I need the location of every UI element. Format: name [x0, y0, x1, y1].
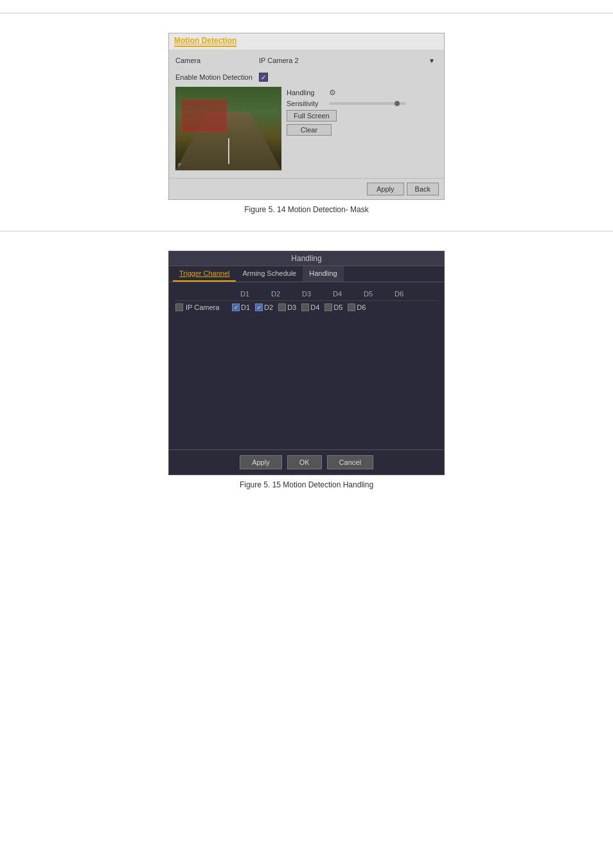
col-d6: D6 [386, 290, 412, 298]
camera-controls: Handling ⚙ Sensitivity Full Scr [287, 87, 406, 170]
channel-d6-cell: D6 [348, 303, 366, 311]
handling-label: Handling [287, 89, 325, 96]
d5-label: D5 [333, 303, 342, 311]
channel-d5-cell: D5 [324, 303, 342, 311]
channel-d3-cell: D3 [278, 303, 296, 311]
d2-checkbox[interactable]: ✓ [255, 303, 263, 311]
d5-checkbox[interactable] [324, 303, 332, 311]
d6-label: D6 [357, 303, 366, 311]
camera-row: Camera IP Camera 2 ▼ [175, 53, 438, 68]
top-divider [0, 13, 613, 14]
handling-row: Handling ⚙ [287, 88, 406, 97]
handling-title-bar: Handling [169, 251, 444, 266]
handling-panel: Handling Trigger Channel Arming Schedule… [168, 251, 445, 475]
col-d5: D5 [355, 290, 381, 298]
page-wrapper: Motion Detection Camera IP Camera 2 ▼ En… [0, 0, 613, 519]
motion-detection-panel: Motion Detection Camera IP Camera 2 ▼ En… [168, 33, 445, 200]
clear-row: Clear [287, 124, 406, 136]
tab-handling[interactable]: Handling [303, 266, 343, 282]
d3-checkbox[interactable] [278, 303, 286, 311]
col-d2: D2 [263, 290, 289, 298]
ok-button[interactable]: OK [287, 455, 322, 469]
figure2-block: Handling Trigger Channel Arming Schedule… [0, 251, 613, 500]
apply-button2[interactable]: Apply [240, 455, 282, 469]
col-d1: D1 [232, 290, 258, 298]
content-area: P Handling ⚙ Sensitivity [175, 87, 438, 174]
d4-label: D4 [310, 303, 319, 311]
tab-arming-schedule[interactable]: Arming Schedule [236, 266, 303, 282]
channel-d2-cell: ✓ D2 [255, 303, 273, 311]
table-header: D1 D2 D3 D4 D5 D6 [175, 287, 438, 301]
figure1-caption: Figure 5. 14 Motion Detection- Mask [244, 205, 368, 214]
camera-value: IP Camera 2 ▼ [259, 57, 438, 64]
d4-checkbox[interactable] [301, 303, 309, 311]
panel-title-bar: Motion Detection [169, 33, 444, 50]
channel-d4-cell: D4 [301, 303, 319, 311]
panel-footer: Apply Back [169, 178, 444, 199]
clear-button[interactable]: Clear [287, 124, 332, 136]
apply-button[interactable]: Apply [367, 183, 404, 195]
figure1-block: Motion Detection Camera IP Camera 2 ▼ En… [0, 33, 613, 224]
figure2-caption: Figure 5. 15 Motion Detection Handling [240, 480, 373, 489]
sensitivity-row: Sensitivity [287, 100, 406, 107]
section-divider [0, 231, 613, 231]
tab-trigger-channel[interactable]: Trigger Channel [173, 266, 236, 282]
road-line [228, 138, 229, 164]
cancel-button[interactable]: Cancel [327, 455, 373, 469]
d2-label: D2 [264, 303, 273, 311]
d6-checkbox[interactable] [348, 303, 355, 311]
panel-title: Motion Detection [174, 36, 236, 47]
handling-body: D1 D2 D3 D4 D5 D6 IP Camera ✓ [169, 282, 444, 449]
col-d4: D4 [324, 290, 350, 298]
camera-watermark: P [178, 162, 181, 168]
sensitivity-label: Sensitivity [287, 100, 325, 107]
full-screen-row: Full Screen [287, 110, 406, 122]
d1-label: D1 [241, 303, 250, 311]
handling-footer: Apply OK Cancel [169, 449, 444, 475]
cam-row-checkbox[interactable] [175, 303, 183, 311]
col-d3: D3 [294, 290, 319, 298]
handling-title: Handling [291, 254, 321, 263]
camera-cell: IP Camera [175, 303, 227, 311]
channel-d1-cell: ✓ D1 [232, 303, 250, 311]
table-row: IP Camera ✓ D1 ✓ D2 D3 [175, 301, 438, 314]
enable-value: ✓ [259, 73, 438, 82]
enable-label: Enable Motion Detection [175, 73, 259, 81]
camera-preview: P [175, 87, 281, 170]
panel-body: Camera IP Camera 2 ▼ Enable Motion Detec… [169, 50, 444, 178]
camera-value-text: IP Camera 2 [259, 57, 299, 64]
camera-name: IP Camera [186, 303, 219, 311]
sensitivity-slider[interactable] [329, 102, 406, 105]
camera-dropdown-icon[interactable]: ▼ [429, 57, 435, 64]
full-screen-button[interactable]: Full Screen [287, 110, 337, 122]
enable-checkbox[interactable]: ✓ [259, 73, 268, 82]
d1-checkbox[interactable]: ✓ [232, 303, 240, 311]
motion-mask-overlay[interactable] [182, 100, 227, 132]
handling-tabs: Trigger Channel Arming Schedule Handling [169, 266, 444, 282]
back-button[interactable]: Back [407, 183, 439, 195]
d3-label: D3 [287, 303, 296, 311]
slider-thumb [395, 101, 400, 106]
gear-icon[interactable]: ⚙ [329, 88, 336, 97]
enable-motion-row: Enable Motion Detection ✓ [175, 70, 438, 84]
camera-label: Camera [175, 57, 259, 64]
